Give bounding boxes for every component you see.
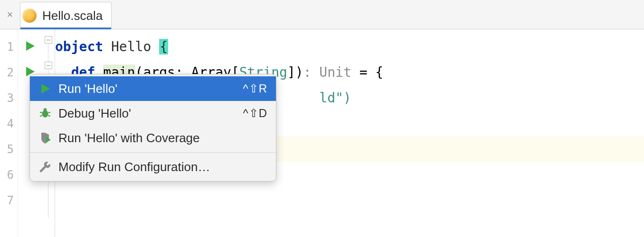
menu-item-run[interactable]: Run 'Hello' ^⇧R	[30, 76, 276, 101]
menu-item-modify-config[interactable]: Modify Run Configuration…	[30, 155, 276, 179]
svg-point-1	[44, 108, 47, 111]
scala-file-icon	[22, 9, 37, 23]
svg-line-2	[40, 112, 42, 113]
line-number: 3	[0, 85, 18, 111]
menu-item-coverage[interactable]: Run 'Hello' with Coverage	[30, 126, 276, 150]
run-gutter-icon[interactable]	[24, 40, 36, 54]
menu-separator	[30, 152, 276, 153]
menu-item-shortcut: ^⇧R	[243, 82, 267, 95]
svg-point-0	[42, 110, 48, 118]
menu-item-shortcut: ^⇧D	[243, 107, 267, 120]
menu-item-label: Run 'Hello'	[58, 82, 236, 96]
line-number: 4	[0, 111, 18, 137]
run-icon	[38, 82, 52, 95]
close-icon[interactable]: ×	[6, 10, 14, 19]
code-line[interactable]	[55, 188, 644, 213]
line-number: 1	[0, 34, 18, 60]
svg-line-4	[40, 115, 42, 116]
svg-line-5	[48, 115, 50, 116]
svg-line-3	[48, 112, 50, 113]
bug-icon	[38, 107, 52, 120]
menu-item-label: Run 'Hello' with Coverage	[58, 131, 267, 146]
run-context-menu: Run 'Hello' ^⇧R Debug 'Hello' ^⇧D Run 'H…	[29, 74, 276, 182]
coverage-icon	[38, 131, 52, 145]
menu-item-debug[interactable]: Debug 'Hello' ^⇧D	[30, 101, 276, 126]
file-tab[interactable]: Hello.scala	[20, 2, 112, 29]
menu-item-label: Debug 'Hello'	[58, 106, 236, 121]
line-number: 7	[0, 188, 18, 213]
menu-item-label: Modify Run Configuration…	[58, 160, 267, 174]
file-tab-label: Hello.scala	[42, 9, 103, 23]
wrench-icon	[38, 160, 52, 173]
tab-bar: × Hello.scala	[0, 0, 644, 29]
fold-toggle[interactable]	[45, 36, 52, 44]
line-number: 2	[0, 60, 18, 85]
code-line[interactable]: object Hello {	[55, 34, 644, 60]
line-number: 6	[0, 162, 18, 188]
line-number: 5	[0, 137, 18, 162]
fold-toggle[interactable]	[45, 62, 52, 69]
line-number-gutter: 1 2 3 4 5 6 7	[0, 29, 18, 237]
